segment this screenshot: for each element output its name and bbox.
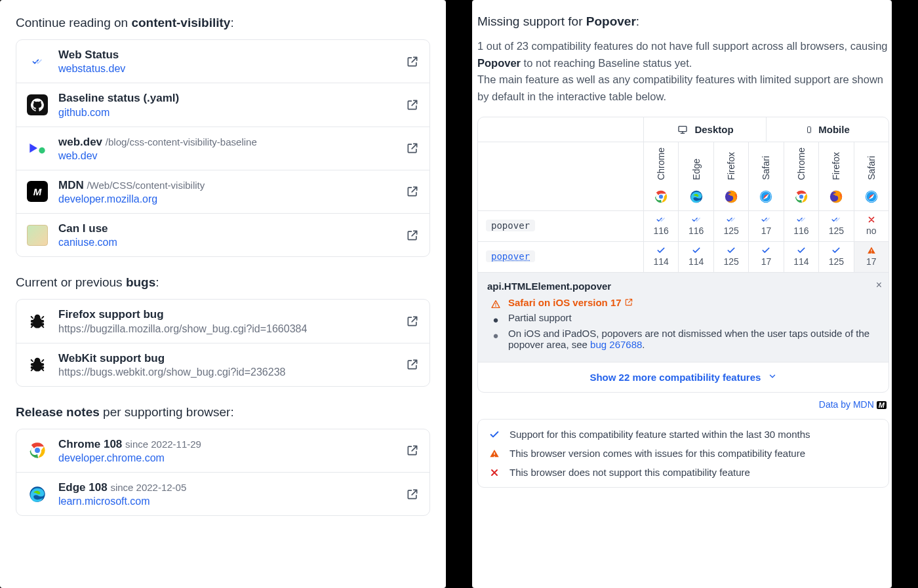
item-title: Can I use xyxy=(58,222,395,235)
feature-pill[interactable]: popover xyxy=(486,250,535,262)
detail-safari-line[interactable]: Safari on iOS version 17 xyxy=(508,297,633,308)
legend: Support for this compatibility feature s… xyxy=(477,419,889,488)
compat-cell[interactable]: 114 xyxy=(643,242,678,272)
bugs-heading: Current or previous bugs: xyxy=(16,275,430,290)
external-link-icon[interactable] xyxy=(406,142,419,155)
chrome-icon xyxy=(794,189,808,204)
compat-cell[interactable]: 125 xyxy=(713,242,748,272)
compat-cell[interactable]: 125 xyxy=(818,211,853,241)
compat-cell[interactable]: 114 xyxy=(784,242,818,272)
list-item[interactable]: Firefox support bug https://bugzilla.moz… xyxy=(16,300,429,342)
browser-label: Chrome xyxy=(796,147,807,183)
external-link-icon[interactable] xyxy=(406,315,419,328)
bug-link[interactable]: bug 267688 xyxy=(590,339,642,350)
detail-note: On iOS and iPadOS, popovers are not dism… xyxy=(508,328,879,350)
caniuse-icon xyxy=(27,225,48,246)
safari-icon xyxy=(864,189,879,204)
external-link-icon[interactable] xyxy=(406,358,419,371)
legend-text: This browser version comes with issues f… xyxy=(509,448,805,459)
version-label: 116 xyxy=(688,225,704,236)
compat-table: Desktop Mobile Chrome Edge Firefox Safar… xyxy=(477,117,889,393)
item-subtitle: caniuse.com xyxy=(58,237,395,248)
bullet-icon: ● xyxy=(490,314,502,325)
left-panel: Continue reading on content-visibility: … xyxy=(0,0,446,588)
safari-icon xyxy=(759,189,773,204)
list-item[interactable]: WebKit support bug https://bugs.webkit.o… xyxy=(16,343,429,386)
detail-close[interactable]: × xyxy=(876,279,882,291)
svg-point-12 xyxy=(39,147,45,153)
compat-cell[interactable]: no xyxy=(854,211,888,241)
external-link-icon[interactable] xyxy=(406,185,419,198)
browser-label: Edge xyxy=(691,159,702,183)
status-icon xyxy=(866,246,877,255)
browser-header: Chrome Edge Firefox Safari Chrome Firefo… xyxy=(478,142,888,210)
mobile-icon xyxy=(805,125,813,135)
list-item[interactable]: Chrome 108 since 2022-11-29 developer.ch… xyxy=(16,429,429,472)
external-link-icon[interactable] xyxy=(406,229,419,242)
version-label: 17 xyxy=(761,256,772,267)
bugs-list: Firefox support bug https://bugzilla.moz… xyxy=(16,299,430,387)
item-subtitle: web.dev xyxy=(58,150,395,162)
external-link-icon[interactable] xyxy=(406,55,419,68)
version-label: 17 xyxy=(761,225,772,236)
external-link-icon[interactable] xyxy=(406,488,419,501)
compat-cell[interactable]: 125 xyxy=(818,242,853,272)
version-label: 17 xyxy=(866,256,877,267)
version-label: 125 xyxy=(723,256,738,267)
status-icon xyxy=(655,246,667,255)
item-title: Chrome 108 since 2022-11-29 xyxy=(58,437,395,451)
item-title: WebKit support bug xyxy=(58,351,395,365)
desktop-header: Desktop xyxy=(643,117,766,142)
list-item[interactable]: Can I use caniuse.com xyxy=(16,213,429,256)
detail-panel: api.HTMLElement.popover × Safari on iOS … xyxy=(478,272,888,362)
status-icon xyxy=(725,246,737,255)
list-item[interactable]: web.dev /blog/css-content-visibility-bas… xyxy=(16,127,429,170)
firefox-icon xyxy=(829,189,843,204)
compat-cell[interactable]: 17 xyxy=(854,242,888,272)
version-label: 125 xyxy=(723,225,738,236)
version-label: 114 xyxy=(793,256,808,267)
releases-list: Chrome 108 since 2022-11-29 developer.ch… xyxy=(16,429,430,517)
table-row: popover 116 116 125 17 116 125 no xyxy=(478,210,888,241)
item-title: MDN /Web/CSS/content-visibility xyxy=(58,178,395,192)
compat-cell[interactable]: 116 xyxy=(784,211,818,241)
status-icon xyxy=(725,215,737,224)
bug-icon xyxy=(27,311,48,332)
status-icon xyxy=(690,215,702,224)
legend-row: This browser does not support this compa… xyxy=(489,467,878,478)
item-title: Firefox support bug xyxy=(58,307,395,321)
status-icon xyxy=(795,246,807,255)
version-label: 116 xyxy=(793,225,808,236)
browser-label: Chrome xyxy=(656,147,666,183)
browser-col-firefox: Firefox xyxy=(818,142,853,210)
chevron-down-icon xyxy=(768,372,777,381)
list-item[interactable]: M MDN /Web/CSS/content-visibility develo… xyxy=(16,170,429,213)
browser-label: Firefox xyxy=(726,152,736,183)
version-label: 125 xyxy=(829,256,844,267)
bullet-icon: ● xyxy=(490,330,502,341)
external-link-icon[interactable] xyxy=(406,98,419,111)
compat-cell[interactable]: 17 xyxy=(748,242,783,272)
version-label: 125 xyxy=(829,225,844,236)
compat-cell[interactable]: 17 xyxy=(748,211,783,241)
summary-text: 1 out of 23 compatibility features do no… xyxy=(477,38,889,105)
compat-cell[interactable]: 116 xyxy=(643,211,678,241)
item-subtitle: learn.microsoft.com xyxy=(58,496,395,507)
item-subtitle: https://bugzilla.mozilla.org/show_bug.cg… xyxy=(58,323,395,335)
list-item[interactable]: Baseline status (.yaml) github.com xyxy=(16,83,429,126)
version-label: no xyxy=(866,225,877,236)
list-item[interactable]: Edge 108 since 2022-12-05 learn.microsof… xyxy=(16,472,429,515)
legend-icon xyxy=(489,448,500,459)
edge-icon xyxy=(689,189,704,204)
list-item[interactable]: Web Status webstatus.dev xyxy=(16,40,429,83)
show-more-button[interactable]: Show 22 more compatibility features xyxy=(478,362,888,392)
compat-cell[interactable]: 125 xyxy=(713,211,748,241)
item-title: Edge 108 since 2022-12-05 xyxy=(58,480,395,494)
compat-cell[interactable]: 114 xyxy=(678,242,713,272)
compat-cell[interactable]: 116 xyxy=(678,211,713,241)
status-icon xyxy=(760,215,772,224)
status-icon xyxy=(690,246,702,255)
webdev-icon xyxy=(27,138,48,159)
external-link-icon[interactable] xyxy=(406,444,419,457)
data-attribution[interactable]: Data by MDNM xyxy=(480,399,887,410)
